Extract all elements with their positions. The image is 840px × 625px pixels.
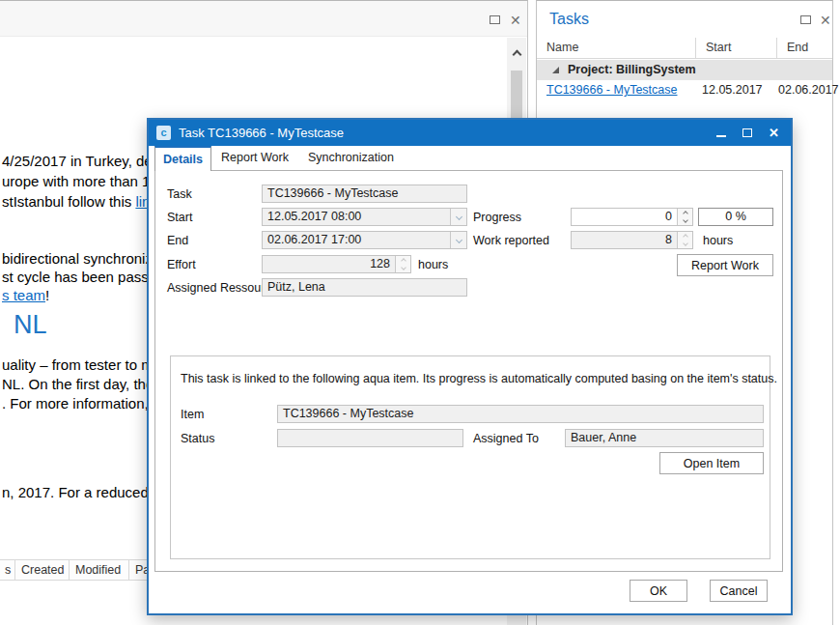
document-text-line: uality – from tester to mar <box>2 356 166 373</box>
work-unit-label: hours <box>703 234 733 247</box>
work-reported-field[interactable]: 8 <box>571 231 693 249</box>
task-label: Task <box>167 187 192 201</box>
dialog-titlebar[interactable]: c Task TC139666 - MyTestcase ✕ <box>149 120 791 146</box>
background-window-titlebar: ✕ <box>0 1 527 37</box>
grid-column-header-modified[interactable]: Modified <box>70 560 129 580</box>
task-row[interactable]: TC139666 - MyTestcase 12.05.2017 02.06.2… <box>537 81 832 100</box>
document-text-line: n, 2017. For a reduced er <box>2 484 165 500</box>
document-text-line: . For more information, pl <box>2 395 164 412</box>
details-tab-page: Task TC139666 - MyTestcase Start 12.05.2… <box>154 170 783 572</box>
spinner-icon[interactable] <box>677 232 692 248</box>
task-start-cell: 12.05.2017 <box>702 81 763 99</box>
effort-unit-label: hours <box>418 258 448 271</box>
dropdown-icon[interactable] <box>450 232 466 248</box>
task-name-link[interactable]: TC139666 - MyTestcase <box>546 81 677 99</box>
document-text-line: bidirectional synchronizat <box>2 250 164 267</box>
tab-synchronization[interactable]: Synchronization <box>298 146 404 171</box>
scrollbar-up-icon[interactable] <box>507 45 526 63</box>
document-text: stIstanbul follow this <box>2 193 135 210</box>
progress-percent-indicator: 0 % <box>698 208 773 226</box>
dropdown-icon[interactable] <box>450 209 466 225</box>
tasks-panel-title: Tasks <box>549 11 589 28</box>
hyperlink[interactable]: s team <box>2 287 45 303</box>
close-icon[interactable]: ✕ <box>769 127 779 139</box>
spinner-icon[interactable] <box>677 209 692 225</box>
task-end-cell: 02.06.2017 <box>778 81 839 99</box>
dialog-title: Task TC139666 - MyTestcase <box>179 120 344 146</box>
close-icon[interactable]: ✕ <box>820 14 831 27</box>
tasks-group-row[interactable]: Project: BillingSystem <box>537 60 832 80</box>
maximize-icon[interactable] <box>742 128 752 137</box>
report-work-button[interactable]: Report Work <box>677 254 773 276</box>
document-text-line: s team! <box>2 287 49 303</box>
effort-field[interactable]: 128 <box>262 255 411 273</box>
document-text-line: stIstanbul follow this link. <box>2 193 161 210</box>
effort-value: 128 <box>370 257 390 270</box>
end-label: End <box>167 234 188 247</box>
status-field[interactable] <box>277 429 463 447</box>
column-header-start[interactable]: Start <box>695 38 776 58</box>
group-expand-icon[interactable] <box>552 67 559 73</box>
end-field[interactable]: 02.06.2017 17:00 <box>262 231 467 249</box>
item-label: Item <box>181 408 204 421</box>
cancel-button[interactable]: Cancel <box>710 580 768 602</box>
minimize-icon[interactable] <box>716 129 726 137</box>
start-label: Start <box>167 211 192 224</box>
screen: ✕ 4/25/2017 in Turkey, deal urope with m… <box>0 0 840 625</box>
document-text-line: NL. On the first day, ther <box>2 376 158 392</box>
progress-label: Progress <box>473 211 521 224</box>
effort-label: Effort <box>167 258 196 271</box>
assigned-to-field[interactable]: Bauer, Anne <box>565 429 764 447</box>
start-field[interactable]: 12.05.2017 08:00 <box>262 208 467 226</box>
status-label: Status <box>181 432 214 445</box>
column-header-end[interactable]: End <box>776 38 833 58</box>
document-heading: NL <box>14 310 47 340</box>
linked-item-groupbox: This task is linked to the following aqu… <box>170 355 770 559</box>
task-dialog: c Task TC139666 - MyTestcase ✕ Details R… <box>147 118 793 615</box>
dialog-tabstrip: Details Report Work Synchronization <box>154 146 404 171</box>
column-header-name[interactable]: Name <box>537 38 695 58</box>
tab-report-work[interactable]: Report Work <box>211 146 298 171</box>
maximize-icon[interactable] <box>800 15 811 24</box>
task-field[interactable]: TC139666 - MyTestcase <box>262 185 467 203</box>
close-icon[interactable]: ✕ <box>510 14 521 27</box>
open-item-button[interactable]: Open Item <box>659 452 764 474</box>
document-text-line: 4/25/2017 in Turkey, deal <box>2 153 163 169</box>
progress-field[interactable]: 0 <box>571 208 693 226</box>
spinner-icon[interactable] <box>395 256 410 272</box>
progress-value: 0 <box>665 210 672 223</box>
maximize-icon[interactable] <box>490 15 500 24</box>
group-label: Project: BillingSystem <box>568 60 696 80</box>
document-text-line: urope with more than 100 <box>2 173 166 189</box>
work-reported-value: 8 <box>665 233 672 246</box>
tasks-table-header: Name Start End <box>537 38 832 59</box>
end-value: 02.06.2017 17:00 <box>267 233 361 246</box>
document-text-line: st cycle has been passed <box>2 269 164 285</box>
ok-button[interactable]: OK <box>630 580 687 602</box>
grid-column-header-created[interactable]: Created <box>15 560 70 580</box>
grid-column-header[interactable]: s <box>0 560 15 580</box>
item-field[interactable]: TC139666 - MyTestcase <box>277 405 764 423</box>
start-value: 12.05.2017 08:00 <box>267 210 361 223</box>
document-text: ! <box>45 287 49 303</box>
work-reported-label: Work reported <box>473 234 549 247</box>
assigned-to-label: Assigned To <box>473 432 539 445</box>
tab-details[interactable]: Details <box>154 146 211 171</box>
assigned-ressource-field[interactable]: Pütz, Lena <box>262 278 467 297</box>
linked-item-description: This task is linked to the following aqu… <box>181 372 777 385</box>
app-icon: c <box>156 126 171 140</box>
